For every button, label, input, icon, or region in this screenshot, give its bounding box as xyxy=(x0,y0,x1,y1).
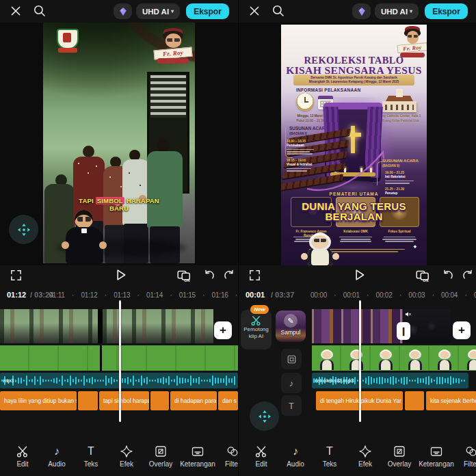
audio-clip-label: rekoleksi2.mp3 xyxy=(315,378,354,384)
gem-icon xyxy=(356,6,367,17)
pip-toggle-icon[interactable]: ON xyxy=(415,268,430,283)
playhead[interactable] xyxy=(359,300,361,422)
undo-icon[interactable] xyxy=(202,269,215,282)
text-clip[interactable]: di hadapan para xyxy=(170,391,217,410)
poster-agenda2-title: SUSUNAN ACARA xyxy=(382,159,419,163)
audio-track-button[interactable]: ♪ xyxy=(281,373,302,393)
play-icon[interactable] xyxy=(113,267,128,282)
caret-down-icon: ▾ xyxy=(171,8,174,14)
uhd-label: UHD AI xyxy=(381,8,408,16)
export-button[interactable]: Ekspor xyxy=(186,3,229,19)
video-clip[interactable] xyxy=(0,309,98,343)
toolbar-filter[interactable]: Filter xyxy=(211,445,238,475)
text-clip[interactable]: tapi simbol harapa xyxy=(99,391,149,410)
uhd-quality-button[interactable]: UHD AI ▾ xyxy=(136,3,180,19)
clip-gap xyxy=(100,345,102,371)
play-icon[interactable] xyxy=(352,267,367,282)
overlay-track[interactable] xyxy=(312,345,476,371)
scene-grill xyxy=(150,75,186,118)
video-track[interactable] xyxy=(312,309,476,343)
scene-figure xyxy=(83,146,94,157)
subtitle-overlay[interactable]: DUNIA YANG TERUS BERJALAN xyxy=(281,201,427,222)
ai-clip-cut-button[interactable]: Pemotong klip AI xyxy=(241,310,272,349)
overlay-mini-icon xyxy=(287,354,297,365)
overlay-icon xyxy=(393,445,406,458)
caption-line: DUNIA YANG TERUS xyxy=(281,201,427,211)
connector-line xyxy=(377,161,383,185)
video-preview[interactable]: Fr. Roy TAPI SIMBOL HARAPAN BARU xyxy=(0,23,238,265)
current-time: 00:01 xyxy=(246,291,265,299)
effects-star-icon xyxy=(358,445,372,458)
move-icon xyxy=(257,409,272,424)
caption-word: BARU xyxy=(109,204,129,212)
text-clip[interactable] xyxy=(78,391,98,410)
text-clip[interactable]: haya lilin yang ditiup bukan sek xyxy=(0,391,77,410)
caption-word: HARAPAN xyxy=(127,197,159,204)
text-clip[interactable]: kita sejenak Berhen xyxy=(426,391,476,410)
video-preview[interactable]: Fr. Roy REKOLEKSI TABLO KISAH SENGSARA Y… xyxy=(239,23,476,265)
cover-button[interactable]: ✎ Sampul xyxy=(276,310,306,342)
toolbar-filter[interactable]: Filter xyxy=(449,445,476,475)
timeline-ruler[interactable]: 00:01 / 03:37 00:00 · 00:01 · 00:02 · 00… xyxy=(239,286,476,304)
presenter-avatar xyxy=(302,233,338,265)
overlay-avatar-thumb xyxy=(464,349,476,370)
scene-figure xyxy=(157,139,170,152)
export-button[interactable]: Ekspor xyxy=(425,3,468,19)
captions-icon xyxy=(191,445,204,458)
close-icon[interactable] xyxy=(9,4,23,18)
bottom-toolbar: Edit ♪ Audio T Teks Efek Overlay Keteran… xyxy=(0,441,238,476)
transition-button[interactable]: ❙ xyxy=(397,322,410,340)
poster-frame[interactable]: Fr. Roy REKOLEKSI TABLO KISAH SENGSARA Y… xyxy=(281,25,427,265)
search-icon[interactable] xyxy=(272,4,285,18)
schedule-item: 19.00 – 21.25 Inti Rekoleksi xyxy=(385,171,414,184)
text-clip[interactable] xyxy=(150,391,169,410)
captions-icon xyxy=(429,445,443,458)
poster-clip[interactable] xyxy=(312,309,403,343)
overlay-track-button[interactable] xyxy=(281,349,302,369)
top-bar: UHD AI ▾ Ekspor xyxy=(239,0,476,23)
fullscreen-icon[interactable] xyxy=(248,269,261,282)
overlay-avatar-thumb xyxy=(435,349,454,370)
filter-icon xyxy=(226,445,238,458)
uhd-quality-button[interactable]: UHD AI ▾ xyxy=(375,3,419,19)
undo-icon[interactable] xyxy=(441,269,454,282)
redo-icon[interactable] xyxy=(462,269,475,282)
playhead[interactable] xyxy=(119,300,121,422)
music-note-icon: ♪ xyxy=(289,378,294,388)
video-frame[interactable]: Fr. Roy TAPI SIMBOL HARAPAN BARU xyxy=(43,23,195,263)
close-icon[interactable] xyxy=(248,4,261,18)
transform-move-button[interactable] xyxy=(250,401,279,431)
froy-badge: Fr. Roy xyxy=(155,28,191,64)
timeline-tracks: + mp3 haya lilin yang ditiup bukan sek t… xyxy=(0,304,238,441)
editor-panel-right: UHD AI ▾ Ekspor Fr. Roy REKOLEKSI TABLO … xyxy=(238,0,476,476)
fullscreen-icon[interactable] xyxy=(10,269,23,282)
froy-badge-label: Fr. Roy xyxy=(403,44,422,52)
playback-controls: ON xyxy=(239,265,476,286)
overlay-avatar-thumb xyxy=(347,349,366,370)
pro-gem-button[interactable] xyxy=(114,3,132,19)
text-track-button[interactable]: T xyxy=(281,395,302,416)
move-icon xyxy=(16,222,31,237)
froy-badge: Fr. Roy xyxy=(398,26,427,57)
pro-gem-button[interactable] xyxy=(352,3,371,19)
redo-icon[interactable] xyxy=(223,269,236,282)
pip-toggle-icon[interactable]: ON xyxy=(176,268,191,283)
ai-scissors-icon xyxy=(250,315,262,326)
text-clip[interactable]: dan s xyxy=(218,391,238,410)
transform-move-button[interactable] xyxy=(9,215,38,244)
pip-on-label: ON xyxy=(423,278,428,282)
audio-track[interactable]: rekoleksi2.mp3 xyxy=(312,373,468,388)
add-clip-button[interactable]: + xyxy=(214,321,232,339)
plus-icon: + xyxy=(458,323,465,337)
plus-icon: + xyxy=(220,323,226,337)
transition-icon: ❙ xyxy=(400,326,407,336)
search-icon[interactable] xyxy=(33,4,47,18)
new-badge: New xyxy=(250,305,269,314)
poster-speaker-header: PEMATERI UTAMA xyxy=(281,191,427,196)
clip-gap xyxy=(98,309,103,343)
editor-panel-left: UHD AI ▾ Ekspor xyxy=(0,0,238,476)
add-clip-button[interactable]: + xyxy=(453,321,471,339)
filter-icon xyxy=(464,445,476,458)
text-clip[interactable] xyxy=(405,391,424,410)
parish-crest-logo xyxy=(57,29,79,53)
